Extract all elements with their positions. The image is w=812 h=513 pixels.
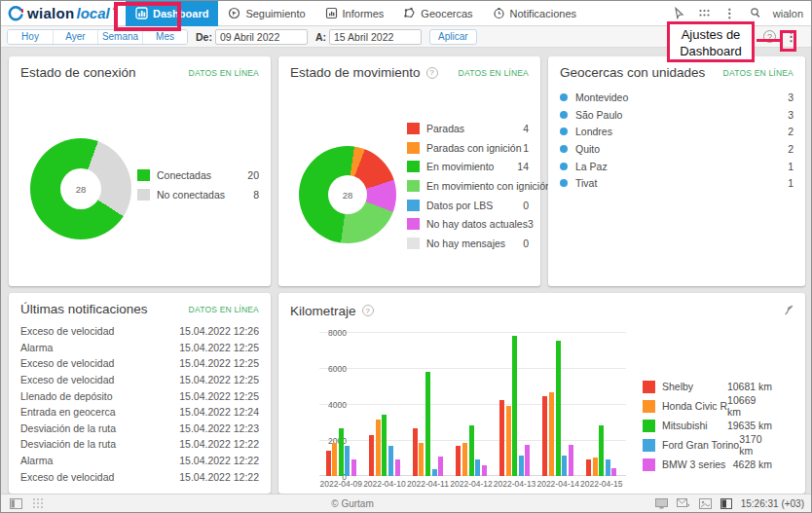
geofence-name: La Paz: [575, 161, 608, 172]
range-button-semana[interactable]: Semana: [97, 30, 142, 44]
notification-row: Entrada en geocerca15.04.2022 12:24: [20, 404, 259, 421]
notification-type: Llenado de depósito: [20, 390, 113, 402]
legend-swatch: [643, 439, 655, 452]
bar-mitsubishi: [599, 425, 604, 476]
bar-mitsubishi: [425, 372, 430, 476]
bar-group: [493, 332, 536, 476]
legend-label: En movimiento: [426, 161, 494, 172]
date-to-input[interactable]: [329, 29, 422, 45]
bar-group: [319, 332, 363, 476]
legend-label: BMW 3 series: [662, 458, 725, 470]
notification-row: Llenado de depósito15.04.2022 12:25: [20, 387, 259, 404]
geofence-row: Londres2: [560, 123, 794, 140]
geofence-name: Londres: [575, 126, 612, 137]
bar-group: [450, 332, 494, 476]
notification-type: Alarma: [20, 455, 53, 466]
annotation-box-dashboard-tab: [114, 2, 181, 31]
message-send-icon[interactable]: [677, 498, 690, 509]
mileage-bars: [319, 332, 623, 476]
panel-title: Kilometraje: [290, 304, 356, 318]
apps-grid-icon[interactable]: [697, 6, 712, 20]
monitor-icon[interactable]: [655, 498, 668, 509]
bar-honda-civic-r: [462, 443, 467, 476]
x-axis-tick-label: 2022-04-10: [363, 479, 407, 489]
notification-row: Desviación de la ruta15.04.2022 12:22: [20, 436, 259, 453]
movement-donut-chart: 28: [299, 146, 396, 243]
geofence-list: Montevideo3São Paulo3Londres2Quito2La Pa…: [560, 89, 794, 192]
bar-mitsubishi: [382, 415, 387, 476]
legend-label: No hay mensajes: [426, 238, 505, 249]
image-icon[interactable]: [699, 498, 712, 509]
notification-row: Exceso de velocidad15.04.2022 12:25: [20, 372, 259, 388]
tab-geocercas[interactable]: Geocercas: [393, 1, 482, 26]
legend-value: 4: [523, 123, 529, 134]
tab-label: Informes: [343, 8, 385, 19]
legend-row: Shelby10681 km: [643, 377, 772, 396]
geofence-row: São Paulo3: [560, 106, 794, 124]
legend-swatch: [407, 180, 420, 192]
range-button-ayer[interactable]: Ayer: [53, 30, 97, 44]
date-to-label: A:: [315, 31, 326, 43]
wrench-settings-icon[interactable]: [783, 302, 794, 319]
bar-honda-civic-r: [419, 443, 424, 476]
geofence-name: São Paulo: [575, 109, 622, 121]
notification-type: Alarma: [20, 342, 53, 353]
apply-button[interactable]: Aplicar: [429, 29, 477, 45]
tab-notificaciones[interactable]: Notificaciones: [483, 1, 586, 26]
cursor-tool-icon[interactable]: [672, 6, 686, 20]
geofence-row: Quito2: [560, 140, 794, 158]
legend-row: Conectadas20: [137, 165, 259, 185]
bar-bmw-3-series: [525, 445, 530, 476]
notification-row: Exceso de velocidad15.04.2022 12:26: [20, 323, 259, 340]
help-icon[interactable]: ?: [426, 67, 438, 79]
legend-row: Honda Civic R10669 km: [643, 396, 772, 416]
legend-swatch: [407, 123, 420, 134]
legend-row: No hay datos actuales3: [407, 214, 529, 234]
notification-type: Exceso de velocidad: [20, 374, 114, 385]
legend-label: No hay datos actuales: [426, 218, 528, 230]
geofence-unit-count: 3: [788, 109, 794, 121]
geofence-dot-icon: [560, 93, 568, 101]
user-icon[interactable]: [748, 6, 762, 20]
bar-bmw-3-series: [438, 457, 443, 476]
legend-row: En movimiento14: [407, 157, 529, 176]
bar-shelby: [542, 396, 547, 476]
help-icon[interactable]: ?: [362, 305, 374, 316]
tab-label: Geocercas: [421, 8, 472, 19]
geofence-unit-count: 1: [788, 161, 794, 172]
username[interactable]: wialon: [773, 8, 803, 19]
notification-type: Desviación de la ruta: [20, 438, 116, 450]
annotation-connector-line: [757, 39, 781, 42]
range-button-mes[interactable]: Mes: [142, 30, 187, 44]
legend-row: Paradas4: [407, 119, 529, 138]
legend-label: Mitsubishi: [662, 420, 708, 431]
x-axis-tick-label: 2022-04-11: [406, 479, 450, 489]
legend-swatch: [137, 189, 150, 201]
connection-legend: Conectadas20No conectadas8: [137, 165, 259, 203]
layout-panel-icon[interactable]: [10, 498, 22, 509]
legend-swatch: [643, 420, 655, 432]
split-view-icon[interactable]: [720, 498, 732, 509]
notification-row: Desviación de la ruta15.04.2022 12:23: [20, 421, 259, 437]
date-from-input[interactable]: [215, 29, 308, 45]
range-button-hoy[interactable]: Hoy: [8, 30, 53, 44]
wialon-logo-icon: [8, 6, 23, 21]
notification-type: Exceso de velocidad: [20, 357, 114, 369]
notification-time: 15.04.2022 12:22: [179, 438, 259, 450]
legend-label: Datos por LBS: [426, 200, 493, 211]
grid-dots-icon[interactable]: [32, 497, 44, 509]
bar-shelby: [326, 451, 331, 476]
bar-honda-civic-r: [593, 458, 598, 476]
reports-icon: [325, 7, 338, 19]
notification-time: 15.04.2022 12:22: [179, 471, 259, 483]
notification-time: 15.04.2022 12:25: [179, 342, 259, 353]
mileage-legend: Shelby10681 kmHonda Civic R10669 kmMitsu…: [643, 377, 772, 474]
legend-label: Shelby: [662, 381, 693, 392]
tab-informes[interactable]: Informes: [315, 1, 394, 26]
header-icon-group: ⋮ wialon: [672, 6, 811, 20]
legend-row: En movimiento con ignición6: [407, 176, 529, 196]
legend-swatch: [407, 161, 420, 172]
header-menu-kebab-icon[interactable]: ⋮: [722, 6, 737, 20]
x-axis-tick-label: 2022-04-12: [450, 479, 494, 489]
tab-seguimiento[interactable]: Seguimiento: [218, 1, 314, 26]
